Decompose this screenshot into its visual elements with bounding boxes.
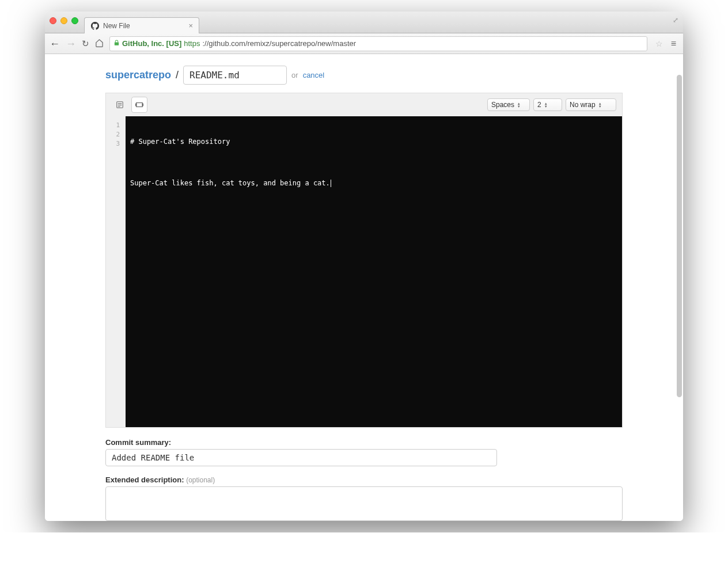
indent-size-select[interactable]: 2 ▴▾ xyxy=(533,98,562,111)
editor-frame: Spaces ▴▾ 2 ▴▾ No wrap ▴▾ 1 2 xyxy=(105,93,623,428)
chevron-updown-icon: ▴▾ xyxy=(518,102,520,108)
filename-input[interactable] xyxy=(183,66,287,85)
bookmark-star-icon[interactable]: ☆ xyxy=(655,39,663,48)
code-view-button[interactable] xyxy=(112,97,128,113)
forward-button[interactable]: → xyxy=(66,39,76,49)
preview-button[interactable] xyxy=(131,97,147,113)
code-line: Super-Cat likes fish, cat toys, and bein… xyxy=(130,178,617,188)
editor-toolbar: Spaces ▴▾ 2 ▴▾ No wrap ▴▾ xyxy=(106,93,622,116)
maximize-window-button[interactable] xyxy=(71,17,78,24)
indent-mode-value: Spaces xyxy=(491,101,514,109)
indent-mode-select[interactable]: Spaces ▴▾ xyxy=(487,98,530,111)
code-line: # Super-Cat's Repository xyxy=(130,137,617,146)
lock-icon xyxy=(113,40,120,47)
indent-size-value: 2 xyxy=(537,101,541,109)
wrap-mode-select[interactable]: No wrap ▴▾ xyxy=(566,98,616,111)
chrome-menu-icon[interactable]: ≡ xyxy=(669,39,678,49)
page-content: supercatrepo / or cancel Spaces ▴▾ xyxy=(45,54,683,521)
line-number: 3 xyxy=(109,139,120,149)
line-number: 1 xyxy=(109,121,120,130)
github-favicon-icon xyxy=(90,21,100,31)
window-controls xyxy=(50,17,78,24)
cancel-link[interactable]: cancel xyxy=(303,71,325,79)
svg-rect-6 xyxy=(142,104,143,106)
titlebar: New File × ⤢ xyxy=(45,12,683,33)
close-window-button[interactable] xyxy=(50,17,56,24)
fullscreen-icon[interactable]: ⤢ xyxy=(673,16,678,24)
url-path: ://github.com/remixz/supercatrepo/new/ma… xyxy=(202,39,356,48)
line-number: 2 xyxy=(109,130,120,139)
editor-settings: Spaces ▴▾ 2 ▴▾ No wrap ▴▾ xyxy=(487,98,616,111)
browser-toolbar: ← → ↻ GitHub, Inc. [US] https ://github.… xyxy=(45,33,683,54)
extended-description-input[interactable] xyxy=(105,486,623,521)
commit-section: Commit summary: Extended description: (o… xyxy=(105,428,623,521)
editor-body[interactable]: 1 2 3 # Super-Cat's Repository Super-Cat… xyxy=(106,116,622,427)
code-area[interactable]: # Super-Cat's Repository Super-Cat likes… xyxy=(126,116,622,427)
chevron-updown-icon: ▴▾ xyxy=(599,102,601,108)
text-cursor xyxy=(331,180,331,187)
line-number-gutter: 1 2 3 xyxy=(106,116,126,427)
breadcrumb-slash: / xyxy=(176,69,179,81)
chevron-updown-icon: ▴▾ xyxy=(545,102,547,108)
browser-tab[interactable]: New File × xyxy=(84,17,199,33)
back-button[interactable]: ← xyxy=(50,39,60,49)
nav-buttons: ← → ↻ xyxy=(50,39,104,49)
url-protocol: https xyxy=(184,39,200,48)
wrap-mode-value: No wrap xyxy=(570,101,596,109)
home-button[interactable] xyxy=(95,39,104,49)
svg-rect-5 xyxy=(136,104,136,106)
cert-label: GitHub, Inc. [US] xyxy=(122,39,181,48)
or-text: or xyxy=(291,71,298,79)
svg-rect-4 xyxy=(136,103,143,107)
scrollbar[interactable] xyxy=(677,75,682,397)
close-tab-icon[interactable]: × xyxy=(188,21,193,30)
reload-button[interactable]: ↻ xyxy=(82,39,89,49)
browser-window: New File × ⤢ ← → ↻ GitHub, Inc. [US] htt… xyxy=(45,12,683,521)
tab-title: New File xyxy=(103,22,130,30)
extended-description-label: Extended description: (optional) xyxy=(105,475,623,484)
breadcrumb: supercatrepo / or cancel xyxy=(105,66,623,85)
address-bar[interactable]: GitHub, Inc. [US] https ://github.com/re… xyxy=(109,36,647,51)
optional-hint: (optional) xyxy=(186,476,215,484)
minimize-window-button[interactable] xyxy=(60,17,67,24)
commit-summary-input[interactable] xyxy=(105,449,497,466)
commit-summary-label: Commit summary: xyxy=(105,438,623,447)
repo-link[interactable]: supercatrepo xyxy=(105,69,171,81)
